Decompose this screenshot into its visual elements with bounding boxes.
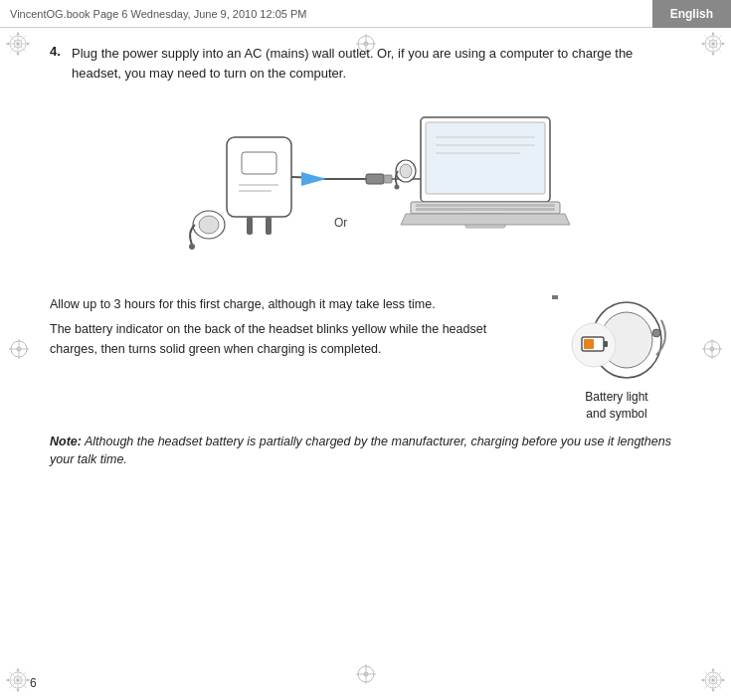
svg-marker-43: [722, 679, 725, 682]
step-4-row: 4. Plug the power supply into an AC (mai…: [50, 44, 681, 83]
svg-marker-42: [701, 679, 704, 682]
note-prefix: Note:: [50, 435, 82, 448]
svg-text:Or: Or: [334, 216, 347, 230]
reg-mark-mid-left: [8, 338, 30, 363]
battery-label: Battery lightand symbol: [585, 389, 647, 423]
svg-marker-31: [6, 679, 9, 682]
svg-marker-18: [712, 32, 715, 35]
step-number: 4.: [50, 44, 72, 59]
step-text: Plug the power supply into an AC (mains)…: [72, 44, 681, 83]
page-number: 6: [30, 676, 37, 690]
svg-marker-41: [712, 689, 715, 692]
svg-rect-63: [266, 217, 272, 235]
corner-decoration-bl: [4, 666, 32, 694]
svg-point-68: [189, 244, 195, 250]
svg-point-84: [394, 184, 399, 189]
header-bar: VincentOG.book Page 6 Wednesday, June 9,…: [0, 0, 731, 28]
svg-marker-8: [17, 53, 20, 56]
battery-illustration: [552, 295, 681, 385]
svg-point-87: [652, 329, 660, 337]
reg-mark-mid-right: [701, 338, 723, 363]
svg-rect-78: [416, 204, 555, 207]
svg-marker-7: [17, 32, 20, 35]
svg-point-67: [199, 216, 219, 234]
svg-point-83: [400, 164, 412, 178]
svg-marker-29: [17, 668, 20, 671]
svg-marker-69: [301, 172, 326, 186]
svg-rect-92: [584, 339, 594, 349]
battery-info-text: Allow up to 3 hours for this first charg…: [50, 295, 532, 365]
charging-illustration: Or: [50, 94, 681, 283]
svg-rect-62: [247, 217, 253, 235]
svg-marker-9: [6, 43, 9, 46]
svg-marker-20: [701, 43, 704, 46]
svg-marker-21: [722, 43, 725, 46]
header-text: VincentOG.book Page 6 Wednesday, June 9,…: [10, 8, 306, 20]
battery-image-section: Battery lightand symbol: [552, 295, 681, 423]
corner-decoration-tr: [699, 30, 727, 58]
note-text: Although the headset battery is partiall…: [50, 435, 671, 467]
charge-time-text: Allow up to 3 hours for this first charg…: [50, 295, 532, 314]
page-content: 4. Plug the power supply into an AC (mai…: [30, 28, 701, 670]
svg-marker-30: [17, 689, 20, 692]
corner-decoration-tl: [4, 30, 32, 58]
svg-rect-79: [416, 208, 555, 211]
bottom-section: Allow up to 3 hours for this first charg…: [50, 295, 681, 423]
svg-marker-40: [712, 668, 715, 671]
svg-rect-88: [552, 295, 558, 299]
battery-indicator-text: The battery indicator on the back of the…: [50, 320, 532, 359]
svg-rect-70: [366, 174, 384, 184]
svg-marker-19: [712, 53, 715, 56]
corner-decoration-br: [699, 666, 727, 694]
svg-rect-71: [384, 175, 392, 183]
svg-rect-73: [426, 122, 545, 194]
note-section: Note: Although the headset battery is pa…: [50, 433, 681, 470]
svg-rect-60: [227, 137, 291, 217]
english-tab: English: [652, 0, 731, 28]
svg-rect-91: [604, 341, 608, 347]
